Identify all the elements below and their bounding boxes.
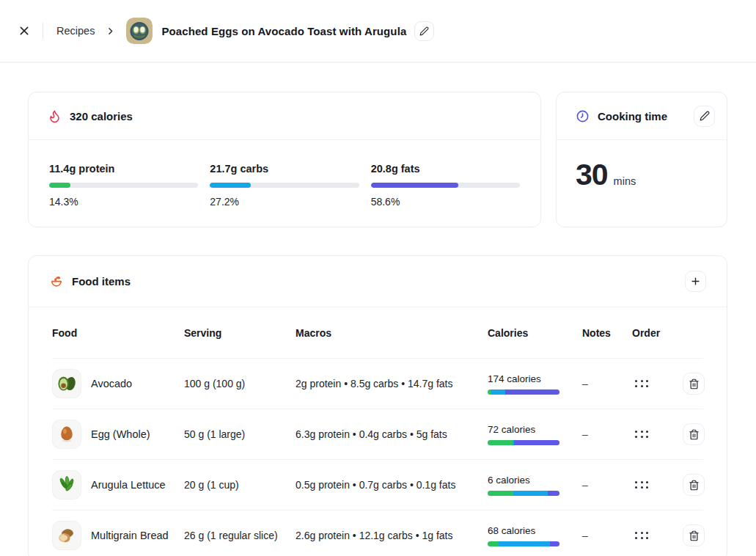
- main-content: 320 calories 11.4g protein 14.3% 21.7g c…: [0, 63, 756, 556]
- protein-percent: 14.3%: [49, 196, 198, 208]
- pencil-icon: [419, 26, 429, 36]
- carbs-percent: 27.2%: [210, 196, 359, 208]
- cooking-time-unit: mins: [614, 175, 636, 187]
- protein-progress-bar: [49, 183, 198, 188]
- macro-distribution-bar: [488, 491, 559, 496]
- food-name: Multigrain Bread: [91, 530, 169, 541]
- trash-icon: [689, 429, 700, 440]
- delete-food-button[interactable]: [683, 373, 705, 395]
- trash-icon: [689, 530, 700, 541]
- table-row-egg: Egg (Whole) 50 g (1 large) 6.3g protein …: [52, 409, 703, 460]
- delete-food-button[interactable]: [683, 474, 705, 496]
- calories-card: 320 calories 11.4g protein 14.3% 21.7g c…: [28, 92, 541, 227]
- calories-value: 72 calories: [488, 424, 582, 435]
- notes-value: –: [582, 530, 632, 541]
- col-food: Food: [52, 327, 184, 339]
- macro-carbs: 21.7g carbs 27.2%: [210, 163, 359, 208]
- drag-handle[interactable]: [632, 377, 651, 390]
- close-icon: [18, 25, 30, 37]
- arugula-image: [52, 470, 81, 500]
- table-row-bread: Multigrain Bread 26 g (1 regular slice) …: [52, 511, 703, 556]
- notes-value: –: [582, 479, 632, 491]
- bread-image: [52, 521, 81, 550]
- macro-protein: 11.4g protein 14.3%: [49, 163, 198, 208]
- close-button[interactable]: [13, 20, 35, 42]
- clock-icon: [576, 109, 590, 123]
- avocado-image: [52, 369, 81, 398]
- food-name: Avocado: [91, 378, 132, 389]
- topbar-divider: [43, 23, 43, 39]
- trash-icon: [689, 378, 700, 389]
- macro-distribution-bar: [488, 440, 559, 445]
- food-bowl-icon: [49, 274, 64, 289]
- col-calories: Calories: [488, 327, 582, 339]
- table-row-avocado: Avocado 100 g (100 g) 2g protein • 8.5g …: [52, 359, 703, 409]
- edit-title-button[interactable]: [414, 21, 434, 41]
- serving-value: 100 g (100 g): [184, 378, 296, 389]
- food-name: Arugula Lettuce: [91, 479, 166, 491]
- food-items-card: Food items Food Serving Macros Calories …: [28, 255, 727, 556]
- flame-icon: [48, 109, 62, 123]
- macro-distribution-bar: [488, 541, 559, 546]
- drag-handle[interactable]: [632, 478, 651, 491]
- food-name: Egg (Whole): [91, 428, 150, 440]
- recipe-detail-page: Recipes Poached Eggs on Avocado Toast wi…: [0, 0, 756, 556]
- breadcrumb-recipes[interactable]: Recipes: [56, 25, 95, 37]
- notes-value: –: [582, 428, 632, 440]
- pencil-icon: [700, 111, 710, 121]
- table-row-arugula: Arugula Lettuce 20 g (1 cup) 0.5g protei…: [52, 460, 703, 511]
- table-header-row: Food Serving Macros Calories Notes Order: [52, 307, 703, 359]
- col-order: Order: [632, 327, 683, 339]
- macros-value: 0.5g protein • 0.7g carbs • 0.1g fats: [296, 479, 488, 491]
- calories-value: 174 calories: [488, 373, 582, 384]
- egg-image: [52, 420, 81, 449]
- serving-value: 26 g (1 regular slice): [184, 530, 296, 541]
- cooking-time-label: Cooking time: [598, 110, 667, 122]
- carbs-label: 21.7g carbs: [210, 163, 359, 175]
- edit-cooking-time-button[interactable]: [694, 106, 715, 127]
- macro-distribution-bar: [488, 389, 559, 395]
- food-items-table: Food Serving Macros Calories Notes Order: [29, 307, 727, 556]
- protein-label: 11.4g protein: [49, 163, 198, 175]
- notes-value: –: [582, 378, 632, 389]
- col-macros: Macros: [296, 327, 488, 339]
- calories-value: 6 calories: [488, 475, 582, 486]
- delete-food-button[interactable]: [683, 423, 705, 445]
- col-notes: Notes: [582, 327, 632, 339]
- serving-value: 50 g (1 large): [184, 428, 296, 440]
- serving-value: 20 g (1 cup): [184, 479, 296, 491]
- page-title: Poached Eggs on Avocado Toast with Arugu…: [161, 25, 406, 37]
- macro-fats: 20.8g fats 58.6%: [371, 163, 520, 208]
- add-food-item-button[interactable]: [685, 271, 706, 292]
- chevron-right-icon: [106, 26, 115, 36]
- drag-handle[interactable]: [632, 428, 651, 441]
- cooking-time-card: Cooking time 30 mins: [556, 92, 727, 227]
- macros-value: 2.6g protein • 12.1g carbs • 1g fats: [296, 530, 488, 541]
- col-serving: Serving: [184, 327, 296, 339]
- calories-value: 68 calories: [488, 525, 582, 536]
- fats-progress-bar: [371, 183, 520, 188]
- fats-label: 20.8g fats: [371, 163, 520, 175]
- total-calories-label: 320 calories: [70, 110, 133, 122]
- trash-icon: [689, 480, 700, 491]
- macros-value: 6.3g protein • 0.4g carbs • 5g fats: [296, 428, 488, 440]
- carbs-progress-bar: [210, 183, 359, 188]
- recipe-thumbnail: [126, 18, 153, 44]
- cooking-time-value: 30: [576, 158, 608, 192]
- delete-food-button[interactable]: [683, 524, 705, 546]
- macros-value: 2g protein • 8.5g carbs • 14.7g fats: [296, 378, 488, 389]
- drag-handle[interactable]: [632, 529, 651, 542]
- food-items-title: Food items: [72, 275, 131, 288]
- top-bar: Recipes Poached Eggs on Avocado Toast wi…: [0, 0, 756, 63]
- fats-percent: 58.6%: [371, 196, 520, 208]
- plus-icon: [690, 276, 701, 287]
